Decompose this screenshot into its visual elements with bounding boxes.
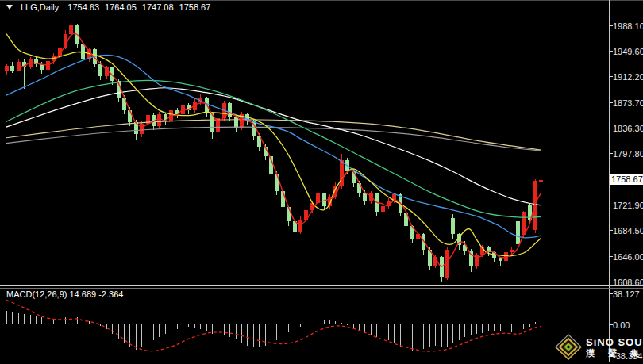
symbol-dropdown-icon[interactable] [6,5,13,10]
price-axis-label: 1684.50 [613,227,643,236]
broker-name-chinese: 漢 聲 集 團 [586,348,643,358]
price-axis-label: 1873.70 [613,99,643,108]
price-axis-label: 1721.90 [613,201,643,210]
ohlc-high: 1764.05 [105,2,137,12]
trading-chart-window: LLG,Daily 1754.63 1764.05 1747.08 1758.6… [0,0,643,364]
macd-indicator-label: MACD(12,26,9) 14.689 -2.364 [6,289,123,299]
macd-signal-value: -2.364 [98,289,123,299]
chart-canvas[interactable] [0,0,643,364]
price-axis-label: 1608.60 [613,278,643,287]
symbol-period-label: LLG,Daily [21,2,59,12]
current-price-tag: 1758.67 [610,174,643,185]
price-axis-label: 1836.30 [613,125,643,133]
macd-axis-label: 38.127 [613,290,640,299]
macd-main-value: 14.689 [69,289,96,299]
ohlc-low: 1747.08 [142,2,174,12]
broker-name: SiNO SOUND [586,337,643,347]
broker-logo-text: SiNO SOUND 漢 聲 集 團 [586,337,643,358]
diamond-logo-icon [555,334,582,360]
macd-axis-label: 0.00 [613,321,630,330]
broker-logo: SiNO SOUND 漢 聲 集 團 [555,334,643,360]
price-axis-label: 1988.10 [613,22,643,31]
ohlc-close: 1758.67 [179,2,211,12]
price-axis-label: 1912.20 [613,73,643,82]
chart-title-bar: LLG,Daily 1754.63 1764.05 1747.08 1758.6… [6,2,210,12]
price-axis-label: 1646.00 [613,253,643,262]
ohlc-open: 1754.63 [67,2,99,12]
price-axis-label: 1797.80 [613,150,643,159]
price-axis-label: 1949.60 [613,48,643,56]
